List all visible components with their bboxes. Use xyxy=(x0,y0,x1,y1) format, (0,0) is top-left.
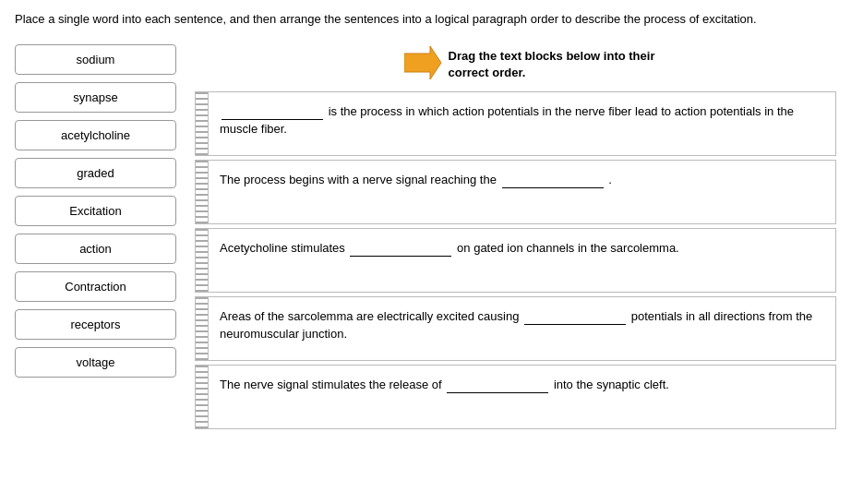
word-receptors[interactable]: receptors xyxy=(15,309,176,340)
sentence-text-3: Acetycholine stimulates on gated ion cha… xyxy=(209,229,835,292)
svg-marker-0 xyxy=(404,46,441,79)
drag-instruction-area: Drag the text blocks below into their co… xyxy=(195,44,836,81)
sentence-text-4: Areas of the sarcolemma are electrically… xyxy=(209,297,835,360)
sentences-container: is the process in which action potential… xyxy=(195,91,836,433)
drag-instruction-text: Drag the text blocks below into their co… xyxy=(449,44,655,81)
word-bank: sodium synapse acetylcholine graded Exci… xyxy=(15,44,176,432)
arrow-icon xyxy=(404,44,441,81)
sentence-block-5[interactable]: The nerve signal stimulates the release … xyxy=(195,365,836,429)
sentence-text-1: is the process in which action potential… xyxy=(209,92,835,155)
blank-4[interactable] xyxy=(524,306,626,326)
drag-handle-3[interactable] xyxy=(196,229,209,292)
blank-5[interactable] xyxy=(447,375,548,394)
sentence-text-2: The process begins with a nerve signal r… xyxy=(209,161,835,223)
drag-handle-5[interactable] xyxy=(196,366,209,428)
blank-3[interactable] xyxy=(350,238,451,258)
blank-1[interactable] xyxy=(222,102,323,121)
drag-handle-1[interactable] xyxy=(196,92,209,155)
sentence-text-5: The nerve signal stimulates the release … xyxy=(209,366,835,428)
sentence-block-1[interactable]: is the process in which action potential… xyxy=(195,91,836,156)
word-sodium[interactable]: sodium xyxy=(15,44,176,75)
drag-handle-4[interactable] xyxy=(196,297,209,360)
drag-handle-2[interactable] xyxy=(196,161,209,223)
word-excitation[interactable]: Excitation xyxy=(15,196,176,226)
word-synapse[interactable]: synapse xyxy=(15,82,176,113)
word-voltage[interactable]: voltage xyxy=(15,347,176,378)
word-graded[interactable]: graded xyxy=(15,158,176,188)
sentence-block-4[interactable]: Areas of the sarcolemma are electrically… xyxy=(195,296,836,361)
blank-2[interactable] xyxy=(502,170,604,189)
content-area: sodium synapse acetylcholine graded Exci… xyxy=(15,44,836,432)
word-contraction[interactable]: Contraction xyxy=(15,271,176,302)
instruction-text: Place a single word into each sentence, … xyxy=(15,11,836,28)
sentence-block-3[interactable]: Acetycholine stimulates on gated ion cha… xyxy=(195,228,836,293)
sentence-block-2[interactable]: The process begins with a nerve signal r… xyxy=(195,160,836,224)
right-panel: Drag the text blocks below into their co… xyxy=(195,44,836,432)
word-action[interactable]: action xyxy=(15,234,176,264)
word-acetylcholine[interactable]: acetylcholine xyxy=(15,120,176,150)
